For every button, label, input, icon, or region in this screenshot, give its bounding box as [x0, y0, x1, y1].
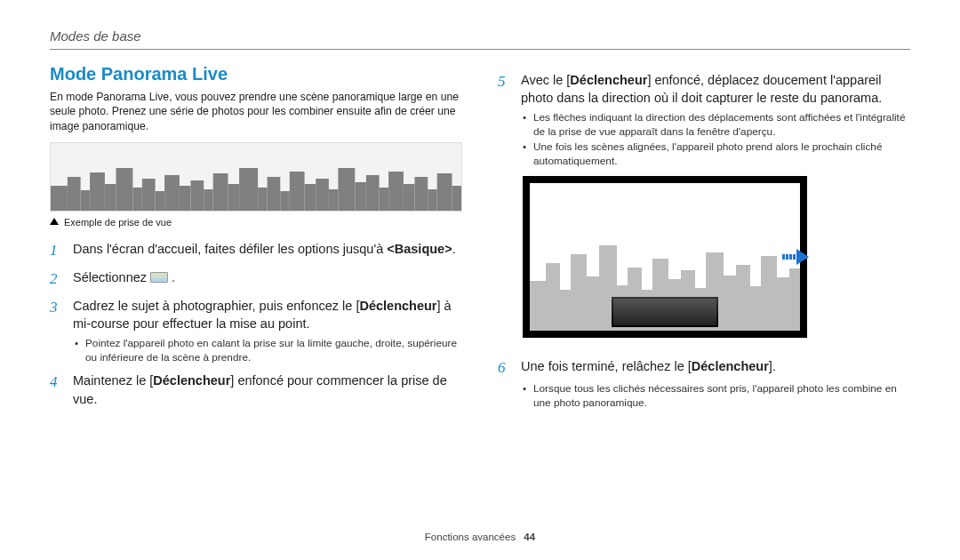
panorama-preview-image [523, 176, 807, 338]
page-header: Modes de base [50, 28, 910, 44]
svg-rect-31 [428, 189, 437, 211]
step-number: 1 [50, 240, 64, 261]
svg-rect-28 [388, 172, 404, 211]
svg-rect-32 [437, 173, 452, 211]
direction-arrow-icon [782, 247, 809, 267]
step-5: 5 Avec le [Déclencheur] enfoncé, déplace… [498, 71, 910, 108]
svg-rect-50 [736, 265, 750, 331]
step-number: 6 [498, 357, 512, 379]
svg-rect-18 [268, 177, 281, 211]
step-1: 1 Dans l'écran d'accueil, faites défiler… [50, 240, 462, 261]
list-item: Lorsque tous les clichés nécessaires son… [523, 382, 910, 411]
page-footer: Fonctions avancées 44 [0, 532, 960, 542]
svg-rect-36 [546, 263, 560, 331]
svg-rect-20 [290, 172, 305, 211]
list-item: Une fois les scènes alignées, l'appareil… [523, 140, 910, 169]
svg-rect-1 [51, 186, 68, 211]
step-number: 5 [498, 71, 512, 108]
svg-rect-8 [142, 179, 156, 211]
svg-rect-57 [789, 254, 792, 260]
svg-rect-52 [761, 256, 777, 331]
header-rule [50, 49, 910, 50]
svg-rect-25 [355, 182, 366, 211]
svg-rect-6 [116, 168, 133, 211]
svg-rect-22 [316, 179, 329, 211]
list-item: Pointez l'appareil photo en calant la pr… [75, 337, 462, 365]
svg-rect-29 [404, 184, 415, 211]
svg-rect-13 [204, 189, 213, 211]
svg-rect-51 [750, 286, 761, 331]
svg-rect-16 [239, 168, 258, 211]
svg-rect-10 [164, 175, 180, 211]
caption-triangle-icon [50, 218, 59, 225]
step-2: 2 Sélectionnez . [50, 268, 462, 290]
example-caption: Exemple de prise de vue [50, 217, 462, 228]
right-column: 5 Avec le [Déclencheur] enfoncé, déplace… [498, 64, 910, 418]
step-4: 4 Maintenez le [Déclencheur] enfoncé pou… [50, 372, 462, 408]
svg-rect-35 [530, 281, 546, 331]
footer-section: Fonctions avancées [425, 532, 516, 542]
svg-rect-58 [793, 254, 796, 260]
captured-frame-thumbnail [612, 297, 718, 327]
left-column: Mode Panorama Live En mode Panorama Live… [50, 64, 462, 418]
list-item: Les flèches indiquant la direction des d… [523, 111, 910, 140]
svg-rect-27 [380, 188, 389, 211]
svg-rect-23 [329, 189, 339, 211]
svg-rect-17 [258, 188, 268, 211]
svg-rect-56 [786, 254, 788, 260]
svg-marker-59 [796, 249, 809, 265]
svg-rect-4 [90, 172, 105, 211]
svg-rect-53 [777, 277, 789, 331]
svg-rect-49 [724, 276, 736, 331]
step-number: 2 [50, 268, 64, 290]
svg-rect-19 [280, 191, 290, 211]
svg-rect-37 [560, 290, 571, 331]
svg-rect-24 [338, 168, 355, 211]
svg-rect-55 [782, 254, 785, 260]
intro-paragraph: En mode Panorama Live, vous pouvez prend… [50, 90, 462, 133]
svg-rect-15 [228, 184, 240, 211]
svg-rect-3 [81, 190, 91, 211]
svg-rect-9 [156, 191, 165, 211]
svg-rect-14 [213, 173, 228, 211]
svg-rect-54 [789, 268, 800, 331]
step-3: 3 Cadrez le sujet à photographier, puis … [50, 297, 462, 333]
svg-rect-5 [105, 184, 116, 211]
svg-rect-12 [191, 180, 204, 211]
svg-rect-2 [68, 177, 81, 211]
svg-rect-39 [587, 276, 599, 331]
step-5-bullets: Les flèches indiquant la direction des d… [498, 111, 910, 170]
svg-rect-21 [305, 184, 316, 211]
step-number: 3 [50, 297, 64, 333]
step-6-bullets: Lorsque tous les clichés nécessaires son… [498, 382, 910, 411]
svg-rect-38 [571, 254, 587, 331]
svg-rect-7 [132, 188, 142, 211]
step-3-bullets: Pointez l'appareil photo en calant la pr… [50, 337, 462, 365]
panorama-example-image [50, 142, 462, 212]
svg-rect-11 [180, 186, 191, 211]
svg-rect-33 [452, 186, 462, 211]
svg-rect-30 [415, 177, 428, 211]
step-number: 4 [50, 372, 64, 408]
page-number: 44 [524, 532, 535, 542]
svg-rect-26 [366, 175, 380, 211]
panorama-mode-icon [150, 272, 168, 283]
section-title: Mode Panorama Live [50, 64, 462, 84]
step-6: 6 Une fois terminé, relâchez le [Déclenc… [498, 357, 910, 379]
